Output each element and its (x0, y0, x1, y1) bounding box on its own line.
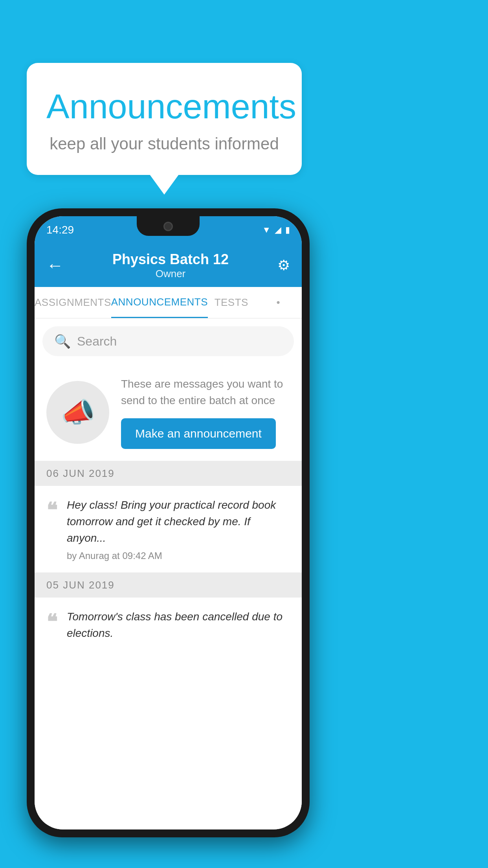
date-separator-1: 06 JUN 2019 (35, 461, 302, 486)
speech-bubble-title: Announcements (46, 86, 282, 127)
announcement-text-group-1: Hey class! Bring your practical record b… (67, 497, 290, 561)
phone-wrapper: 14:29 ▼ ◢ ▮ ← Physics Batch 12 Owner ⚙ (27, 208, 310, 837)
intro-description: These are messages you want to send to t… (121, 376, 290, 409)
phone-outer: 14:29 ▼ ◢ ▮ ← Physics Batch 12 Owner ⚙ (27, 208, 310, 837)
search-icon: 🔍 (54, 333, 71, 349)
announcement-icon-circle: 📣 (46, 381, 109, 444)
speech-bubble: Announcements keep all your students inf… (27, 63, 302, 175)
settings-button[interactable]: ⚙ (277, 257, 290, 274)
megaphone-icon: 📣 (61, 396, 95, 428)
phone-screen: 14:29 ▼ ◢ ▮ ← Physics Batch 12 Owner ⚙ (35, 216, 302, 829)
announcement-message-2: Tomorrow's class has been cancelled due … (67, 609, 290, 642)
search-input-placeholder: Search (77, 334, 117, 349)
announcement-intro-right: These are messages you want to send to t… (121, 376, 290, 449)
header-title: Physics Batch 12 (112, 251, 229, 268)
quote-icon-1: ❝ (46, 500, 57, 520)
make-announcement-button[interactable]: Make an announcement (121, 418, 276, 449)
tab-tests[interactable]: TESTS (208, 287, 255, 318)
wifi-icon: ▼ (262, 225, 271, 235)
announcement-item-2[interactable]: ❝ Tomorrow's class has been cancelled du… (35, 598, 302, 653)
back-button[interactable]: ← (46, 256, 64, 275)
battery-icon: ▮ (285, 225, 290, 235)
phone-notch (137, 216, 200, 236)
quote-icon-2: ❝ (46, 612, 57, 632)
signal-icon: ◢ (275, 225, 281, 235)
announcement-item-1[interactable]: ❝ Hey class! Bring your practical record… (35, 486, 302, 573)
announcement-meta-1: by Anurag at 09:42 AM (67, 550, 162, 561)
header-subtitle: Owner (112, 268, 229, 280)
tabs-container: ASSIGNMENTS ANNOUNCEMENTS TESTS • (35, 287, 302, 318)
app-header: ← Physics Batch 12 Owner ⚙ (35, 244, 302, 287)
notch-camera (163, 222, 173, 231)
status-icons: ▼ ◢ ▮ (262, 225, 290, 235)
speech-bubble-container: Announcements keep all your students inf… (27, 63, 302, 175)
announcement-text-group-2: Tomorrow's class has been cancelled due … (67, 609, 290, 642)
date-separator-2: 05 JUN 2019 (35, 573, 302, 598)
announcement-message-1: Hey class! Bring your practical record b… (67, 497, 290, 546)
tab-announcements[interactable]: ANNOUNCEMENTS (111, 287, 208, 318)
tab-more[interactable]: • (255, 287, 302, 318)
speech-bubble-subtitle: keep all your students informed (46, 134, 282, 153)
content-area: 🔍 Search 📣 These are messages you want t… (35, 318, 302, 829)
header-title-group: Physics Batch 12 Owner (112, 251, 229, 280)
tab-assignments[interactable]: ASSIGNMENTS (35, 287, 111, 318)
search-bar[interactable]: 🔍 Search (42, 326, 294, 356)
status-time: 14:29 (46, 224, 74, 236)
announcement-intro: 📣 These are messages you want to send to… (35, 364, 302, 461)
